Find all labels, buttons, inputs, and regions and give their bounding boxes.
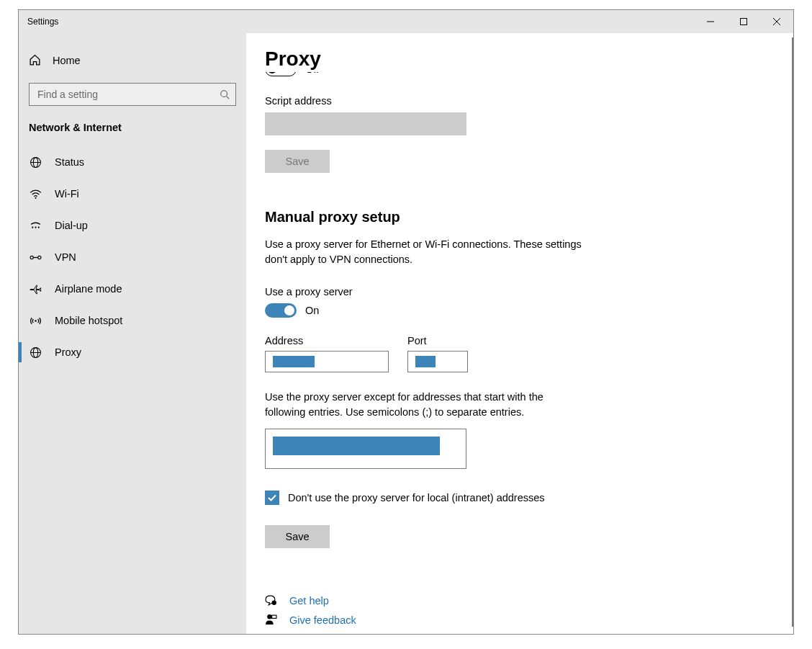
sidebar-item-label: VPN xyxy=(55,251,76,263)
sidebar-item-label: Airplane mode xyxy=(55,283,122,295)
search-input[interactable]: Find a setting xyxy=(29,83,236,106)
sidebar-item-status[interactable]: Status xyxy=(19,146,246,178)
give-feedback-link[interactable]: Give feedback xyxy=(265,614,793,626)
vpn-icon xyxy=(29,251,42,264)
sidebar-item-label: Mobile hotspot xyxy=(55,315,122,326)
svg-rect-22 xyxy=(272,615,276,618)
use-proxy-label: Use a proxy server xyxy=(265,286,793,297)
address-label: Address xyxy=(265,335,389,346)
airplane-icon xyxy=(29,283,42,295)
bypass-local-label: Don't use the proxy server for local (in… xyxy=(288,492,545,503)
minimize-icon xyxy=(707,18,714,25)
use-proxy-toggle[interactable] xyxy=(265,303,297,318)
manual-proxy-description: Use a proxy server for Ethernet or Wi-Fi… xyxy=(265,237,589,267)
svg-rect-1 xyxy=(741,19,747,25)
feedback-icon xyxy=(265,614,278,626)
globe-icon xyxy=(29,156,42,169)
script-address-input[interactable] xyxy=(265,112,466,135)
svg-point-4 xyxy=(221,91,227,97)
address-input[interactable] xyxy=(265,351,389,372)
close-button[interactable] xyxy=(760,10,793,33)
svg-point-10 xyxy=(32,226,33,228)
port-value-redacted xyxy=(415,356,436,367)
address-value-redacted xyxy=(273,356,315,367)
svg-point-9 xyxy=(35,197,36,198)
port-input[interactable] xyxy=(407,351,468,372)
sidebar: Home Find a setting Network & Internet S… xyxy=(19,33,246,634)
save-proxy-button[interactable]: Save xyxy=(265,525,330,548)
settings-window: Settings Home Find a setting xyxy=(18,9,794,635)
search-placeholder: Find a setting xyxy=(37,89,98,100)
proxy-icon xyxy=(29,346,42,359)
main-content: Proxy Off Script address Save Manual pro… xyxy=(246,33,793,634)
check-icon xyxy=(267,493,277,503)
window-title: Settings xyxy=(27,17,58,27)
page-title: Proxy xyxy=(265,48,793,71)
svg-point-12 xyxy=(37,226,39,228)
sidebar-item-label: Status xyxy=(55,156,84,168)
maximize-icon xyxy=(740,18,747,25)
close-icon xyxy=(773,18,780,25)
give-feedback-label: Give feedback xyxy=(289,614,356,626)
svg-point-11 xyxy=(35,226,36,228)
get-help-label: Get help xyxy=(289,595,329,607)
titlebar: Settings xyxy=(19,10,793,33)
sidebar-item-label: Wi-Fi xyxy=(55,188,79,200)
partial-toggle-label: Off xyxy=(305,72,319,75)
manual-proxy-heading: Manual proxy setup xyxy=(265,209,793,225)
dialup-icon xyxy=(29,220,42,232)
maximize-button[interactable] xyxy=(727,10,760,33)
exceptions-input[interactable] xyxy=(265,429,466,469)
exceptions-value-redacted xyxy=(273,437,440,455)
sidebar-item-wifi[interactable]: Wi-Fi xyxy=(19,178,246,210)
svg-point-13 xyxy=(30,256,33,259)
port-label: Port xyxy=(407,335,468,346)
home-label: Home xyxy=(53,55,81,66)
search-icon xyxy=(220,89,230,99)
minimize-button[interactable] xyxy=(694,10,727,33)
sidebar-item-proxy[interactable]: Proxy xyxy=(19,336,246,368)
home-nav[interactable]: Home xyxy=(19,48,246,73)
scrollbar[interactable] xyxy=(792,37,793,627)
window-controls xyxy=(694,10,793,33)
get-help-icon xyxy=(265,594,278,607)
svg-point-20 xyxy=(272,601,276,605)
svg-point-14 xyxy=(37,256,40,259)
sidebar-item-vpn[interactable]: VPN xyxy=(19,241,246,273)
script-address-label: Script address xyxy=(265,95,793,107)
exceptions-description: Use the proxy server except for addresse… xyxy=(265,390,557,420)
svg-line-5 xyxy=(227,97,230,99)
bypass-local-checkbox[interactable] xyxy=(265,491,279,505)
partial-use-setup-toggle[interactable]: Off xyxy=(265,72,793,79)
hotspot-icon xyxy=(29,315,42,327)
sidebar-section-header: Network & Internet xyxy=(19,122,246,146)
window-body: Home Find a setting Network & Internet S… xyxy=(19,33,793,634)
wifi-icon xyxy=(29,188,42,200)
home-icon xyxy=(29,54,41,66)
get-help-link[interactable]: Get help xyxy=(265,594,793,607)
svg-point-21 xyxy=(267,614,271,619)
svg-point-16 xyxy=(35,320,37,322)
sidebar-item-airplane[interactable]: Airplane mode xyxy=(19,273,246,305)
use-proxy-state: On xyxy=(305,305,319,316)
save-script-button[interactable]: Save xyxy=(265,150,330,173)
sidebar-item-dialup[interactable]: Dial-up xyxy=(19,210,246,241)
sidebar-item-label: Proxy xyxy=(55,346,81,358)
sidebar-item-hotspot[interactable]: Mobile hotspot xyxy=(19,305,246,336)
sidebar-item-label: Dial-up xyxy=(55,220,88,231)
